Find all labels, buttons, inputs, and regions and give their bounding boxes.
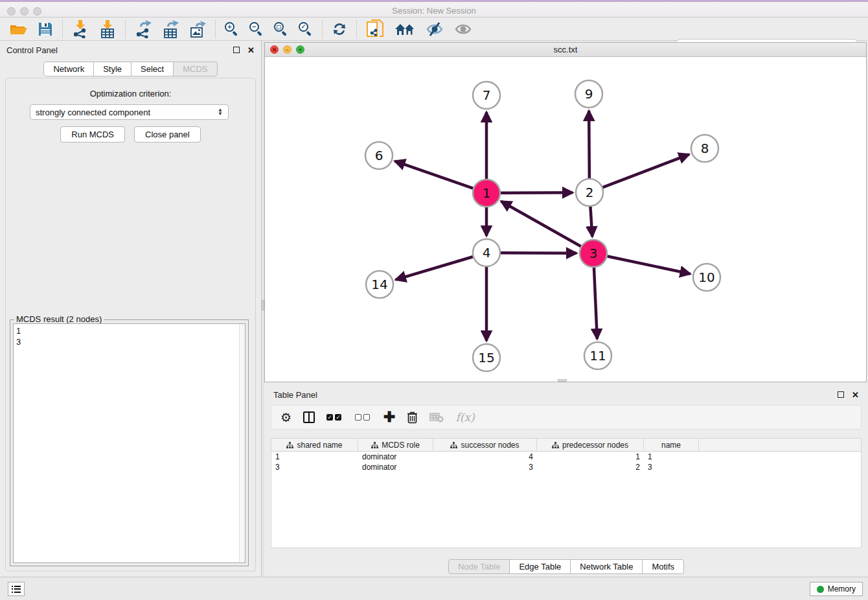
delete-column-button[interactable] [407, 411, 418, 424]
export-network-button[interactable] [130, 19, 157, 40]
memory-button[interactable]: Memory [810, 582, 863, 596]
zoom-selected-icon: ✓ [299, 22, 313, 36]
control-panel-header: Control Panel ✕ [0, 41, 261, 59]
attribute-type-icon [371, 442, 378, 449]
show-all-button[interactable] [449, 19, 477, 40]
table-settings-button[interactable]: ⚙ [280, 410, 291, 425]
table-row[interactable]: 1 dominator 4 1 1 [271, 452, 861, 462]
delete-table-button[interactable] [429, 412, 444, 422]
export-table-button[interactable] [157, 19, 184, 40]
zoom-out-icon: − [249, 22, 264, 36]
select-all-columns-button[interactable]: ✓✓ [326, 414, 343, 421]
graph-node-label-6: 6 [375, 148, 383, 163]
cell-successor-nodes[interactable]: 4 [433, 452, 537, 462]
export-image-button[interactable] [184, 19, 211, 40]
show-columns-button[interactable] [303, 411, 315, 423]
graph-edge-4-3[interactable] [501, 253, 577, 253]
unchecked-box-icon [355, 414, 361, 421]
cell-mcds-role[interactable]: dominator [358, 462, 433, 472]
open-session-button[interactable] [4, 19, 32, 40]
refresh-icon [332, 21, 347, 37]
network-from-file-button[interactable] [361, 19, 389, 40]
save-session-button[interactable] [32, 19, 58, 40]
float-panel-icon[interactable] [233, 47, 240, 53]
close-panel-icon[interactable]: ✕ [247, 45, 255, 55]
tab-network[interactable]: Network [43, 62, 94, 76]
zoom-selected-button[interactable]: ✓ [293, 19, 318, 40]
table-row[interactable]: 3 dominator 3 2 3 [271, 462, 861, 472]
home-button[interactable] [389, 19, 420, 40]
graph-edge-2-8[interactable] [603, 154, 689, 187]
column-header-successor-nodes[interactable]: successor nodes [433, 439, 537, 452]
mcds-result-title: MCDS result (2 nodes) [14, 314, 104, 324]
tab-network-table[interactable]: Network Table [570, 559, 643, 574]
graph-edge-3-1[interactable] [501, 202, 581, 246]
toolbar-separator [62, 20, 63, 38]
close-panel-button[interactable]: Close panel [134, 126, 201, 143]
network-window-title: scc.txt [265, 45, 866, 54]
table-panel-header: Table Panel ✕ [264, 386, 868, 404]
float-table-panel-icon[interactable] [838, 391, 844, 398]
graph-edge-2-9[interactable] [589, 111, 589, 178]
import-network-button[interactable] [67, 19, 94, 40]
attribute-type-icon [450, 442, 457, 449]
cell-shared-name[interactable]: 3 [271, 462, 358, 472]
graph-node-label-1: 1 [483, 185, 491, 201]
checked-box-icon: ✓ [326, 414, 333, 421]
node-table[interactable]: shared name MCDS role successor nodes pr… [271, 438, 862, 548]
tab-select[interactable]: Select [131, 62, 174, 76]
column-header-shared-name[interactable]: shared name [271, 439, 358, 452]
selected-criterion: strongly connected component [36, 108, 150, 117]
graph-edge-3-10[interactable] [608, 257, 691, 274]
network-canvas[interactable]: 7968124314101511 [265, 57, 866, 382]
add-column-button[interactable]: ✚ [383, 409, 395, 426]
cell-mcds-role[interactable]: dominator [358, 452, 433, 462]
graph-edge-2-3[interactable] [590, 207, 592, 237]
toolbar-separator [356, 20, 357, 38]
run-mcds-button[interactable]: Run MCDS [60, 126, 125, 143]
import-table-button[interactable] [94, 19, 121, 40]
checked-box-icon: ✓ [335, 414, 341, 421]
function-builder-button[interactable]: f(x) [455, 411, 474, 424]
cell-successor-nodes[interactable]: 3 [433, 462, 537, 472]
cell-name[interactable]: 3 [644, 462, 699, 472]
tab-mcds[interactable]: MCDS [173, 62, 217, 76]
column-header-mcds-role[interactable]: MCDS role [358, 439, 433, 452]
cell-shared-name[interactable]: 1 [271, 452, 358, 462]
optimization-criterion-label: Optimization criterion: [6, 89, 255, 98]
mcds-result-scrollbar[interactable] [239, 324, 245, 562]
cell-predecessor-nodes[interactable]: 1 [537, 452, 644, 462]
status-menu-button[interactable] [8, 582, 25, 596]
cell-predecessor-nodes[interactable]: 2 [537, 462, 644, 472]
import-network-icon [72, 20, 89, 38]
network-file-icon [366, 19, 384, 39]
optimization-criterion-select[interactable]: strongly connected component ▲▼ [30, 104, 229, 120]
graph-node-label-15: 15 [478, 350, 494, 365]
graph-edge-1-2[interactable] [501, 192, 573, 193]
zoom-fit-button[interactable]: ▢ [269, 19, 293, 40]
tab-edge-table[interactable]: Edge Table [509, 559, 571, 574]
deselect-all-columns-button[interactable] [355, 414, 372, 421]
refresh-button[interactable] [326, 19, 352, 40]
graph-node-label-7: 7 [483, 87, 491, 103]
zoom-out-button[interactable]: − [244, 19, 269, 40]
zoom-fit-icon: ▢ [274, 22, 288, 36]
graph-edge-4-14[interactable] [396, 257, 473, 279]
tab-style[interactable]: Style [93, 62, 131, 76]
graph-edge-3-11[interactable] [594, 268, 597, 339]
toolbar-separator [215, 20, 216, 38]
graph-edge-1-6[interactable] [395, 161, 474, 189]
hide-selected-button[interactable] [420, 19, 449, 40]
tab-motifs[interactable]: Motifs [642, 559, 684, 574]
column-header-name[interactable]: name [644, 439, 699, 452]
column-header-predecessor-nodes[interactable]: predecessor nodes [537, 439, 644, 452]
zoom-in-button[interactable]: + [220, 19, 244, 40]
close-table-panel-icon[interactable]: ✕ [852, 390, 859, 400]
table-toolbar: ⚙ ✓✓ ✚ f(x) [271, 405, 862, 430]
tab-node-table[interactable]: Node Table [448, 559, 510, 574]
mcds-result-text[interactable]: 1 3 [13, 323, 246, 563]
cell-name[interactable]: 1 [644, 452, 699, 462]
table-header-row: shared name MCDS role successor nodes pr… [271, 439, 861, 452]
network-resize-grip[interactable] [558, 379, 567, 382]
export-table-icon [162, 20, 179, 38]
